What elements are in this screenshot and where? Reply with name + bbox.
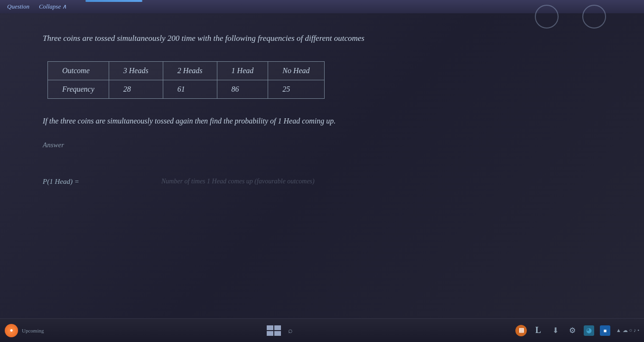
taskbar: ● Upcoming ⌕ ▤ L ⬇: [0, 318, 644, 342]
frequency-table: Outcome 3 Heads 2 Heads 1 Head No Head F…: [47, 61, 325, 99]
taskbar-logo: ●: [5, 324, 18, 337]
collapse-button[interactable]: Collapse ∧: [39, 3, 67, 10]
table-cell-freq-3heads: 28: [109, 80, 163, 98]
table-header-row: Outcome 3 Heads 2 Heads 1 Head No Head: [48, 61, 325, 80]
gear-icon[interactable]: ⚙: [567, 325, 578, 336]
search-icon[interactable]: ⌕: [288, 326, 293, 335]
blue-app-glyph: ■: [604, 328, 607, 333]
l-icon[interactable]: L: [532, 325, 544, 336]
table-header-outcome: Outcome: [48, 61, 109, 80]
table-header-nohead: No Head: [268, 61, 324, 80]
download-glyph: ⬇: [552, 326, 559, 335]
windows-button[interactable]: [267, 325, 281, 336]
browser-glyph: ◕: [586, 326, 592, 334]
win-grid-1: [267, 325, 273, 330]
system-tray: ▲ ☁ ○ ♪ •: [616, 327, 639, 333]
file-icon-glyph: ▤: [519, 327, 524, 334]
l-glyph: L: [535, 325, 541, 335]
file-manager-icon[interactable]: ▤: [515, 325, 527, 336]
main-content: Three coins are tossed simultaneously 20…: [28, 13, 625, 314]
collapse-label: Collapse: [39, 3, 61, 10]
table-cell-freq-2heads: 61: [163, 80, 217, 98]
win-grid-3: [267, 331, 273, 336]
sub-question-text: If the three coins are simultaneously to…: [43, 115, 611, 127]
top-bar-line: [85, 0, 142, 2]
answer-content: Number of times 1 Head comes up (favoura…: [43, 178, 611, 186]
blue-app-icon[interactable]: ■: [600, 325, 610, 336]
collapse-icon: ∧: [62, 3, 67, 10]
table-header-3heads: 3 Heads: [109, 61, 163, 80]
download-icon[interactable]: ⬇: [550, 325, 561, 336]
browser-icon[interactable]: ◕: [584, 325, 594, 336]
taskbar-right: ▤ L ⬇ ⚙ ◕ ■ ▲ ☁ ○ ♪ •: [515, 325, 639, 336]
table-cell-freq-nohead: 25: [268, 80, 324, 98]
table-header-2heads: 2 Heads: [163, 61, 217, 80]
taskbar-center: ⌕: [47, 325, 512, 336]
answer-label: Answer: [43, 141, 611, 149]
table-cell-frequency-label: Frequency: [48, 80, 109, 98]
taskbar-app-name: Upcoming: [22, 328, 44, 333]
table-header-1head: 1 Head: [217, 61, 268, 80]
table-data-row: Frequency 28 61 86 25: [48, 80, 325, 98]
tray-icons: ▲ ☁ ○ ♪ •: [616, 327, 639, 333]
win-grid-2: [274, 325, 281, 330]
question-main-text: Three coins are tossed simultaneously 20…: [43, 32, 611, 45]
p1head-text: P(1 Head) =: [43, 178, 611, 186]
gear-glyph: ⚙: [569, 326, 576, 335]
question-label: Question: [7, 3, 29, 10]
taskbar-logo-icon: ●: [9, 327, 13, 334]
screen: Question Collapse ∧ Three coins are toss…: [0, 0, 644, 342]
table-cell-freq-1head: 86: [217, 80, 268, 98]
win-grid-4: [274, 331, 281, 336]
answer-blurred-text: Number of times 1 Head comes up (favoura…: [161, 178, 315, 185]
